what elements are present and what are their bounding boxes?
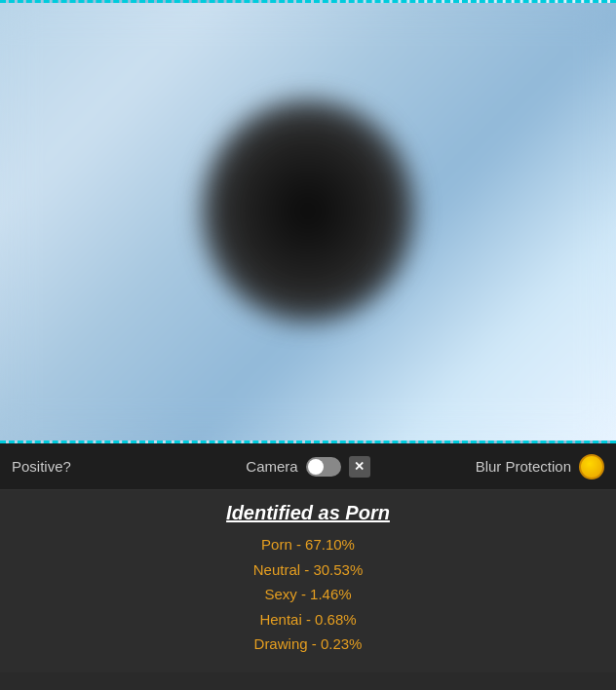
image-preview: [0, 0, 616, 443]
result-row: Hentai - 0.68%: [253, 607, 364, 632]
results-area: Identified as Porn Porn - 67.10%Neutral …: [0, 490, 616, 672]
result-row: Neutral - 30.53%: [253, 557, 364, 583]
blur-protection-section: Blur Protection: [406, 454, 604, 479]
camera-toggle[interactable]: [306, 457, 341, 477]
result-row: Drawing - 0.23%: [253, 632, 364, 657]
result-rows: Porn - 67.10%Neutral - 30.53%Sexy - 1.46…: [253, 532, 364, 657]
identified-title: Identified as Porn: [226, 502, 390, 524]
subject-blob: [201, 98, 415, 323]
toggle-knob: [308, 459, 324, 475]
result-row: Porn - 67.10%: [253, 532, 364, 557]
close-button[interactable]: ✕: [349, 456, 370, 478]
blur-protection-indicator[interactable]: [579, 454, 604, 479]
controls-bar: Positive? Camera ✕ Blur Protection: [0, 443, 616, 490]
camera-label: Camera: [246, 458, 297, 475]
positive-label: Positive?: [12, 458, 210, 475]
result-row: Sexy - 1.46%: [253, 582, 364, 607]
camera-section: Camera ✕: [210, 456, 407, 478]
blur-protection-label: Blur Protection: [476, 458, 571, 475]
